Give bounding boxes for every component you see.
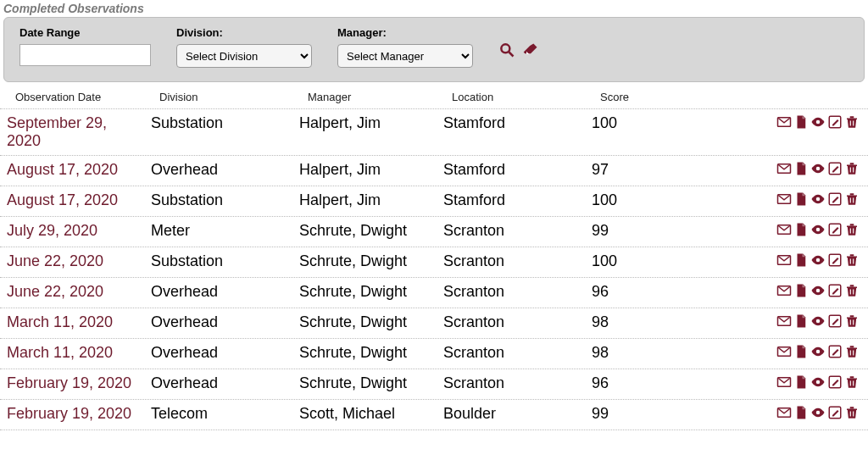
- table-row: February 19, 2020TelecomScott, MichaelBo…: [0, 400, 868, 430]
- cell-location: Scranton: [443, 252, 592, 270]
- search-icon[interactable]: [498, 42, 515, 58]
- row-actions: [693, 374, 868, 394]
- eye-icon[interactable]: [810, 191, 826, 207]
- file-pdf-icon[interactable]: [793, 161, 809, 176]
- cell-date[interactable]: February 19, 2020: [7, 405, 151, 423]
- cell-manager: Schrute, Dwight: [299, 313, 443, 331]
- table-row: June 22, 2020OverheadSchrute, DwightScra…: [0, 278, 868, 308]
- cell-score: 99: [592, 222, 693, 240]
- table-row: August 17, 2020OverheadHalpert, JimStamf…: [0, 156, 868, 186]
- edit-icon[interactable]: [827, 405, 843, 420]
- trash-icon[interactable]: [844, 374, 860, 390]
- envelope-icon[interactable]: [776, 405, 792, 420]
- edit-icon[interactable]: [827, 114, 843, 130]
- trash-icon[interactable]: [844, 114, 860, 130]
- filter-label-division: Division:: [176, 26, 312, 39]
- file-pdf-icon[interactable]: [793, 344, 809, 359]
- cell-manager: Schrute, Dwight: [299, 252, 443, 270]
- eye-icon[interactable]: [810, 252, 826, 268]
- table-row: July 29, 2020MeterSchrute, DwightScranto…: [0, 217, 868, 247]
- envelope-icon[interactable]: [776, 252, 792, 268]
- eye-icon[interactable]: [810, 344, 826, 359]
- col-header-manager[interactable]: Manager: [308, 91, 452, 103]
- manager-select[interactable]: Select Manager: [337, 44, 473, 68]
- edit-icon[interactable]: [827, 313, 843, 329]
- trash-icon[interactable]: [844, 313, 860, 329]
- cell-date[interactable]: September 29, 2020: [7, 114, 151, 150]
- cell-division: Meter: [151, 222, 299, 240]
- envelope-icon[interactable]: [776, 374, 792, 390]
- file-pdf-icon[interactable]: [793, 191, 809, 207]
- cell-location: Boulder: [443, 405, 592, 423]
- file-pdf-icon[interactable]: [793, 114, 809, 130]
- trash-icon[interactable]: [844, 161, 860, 176]
- trash-icon[interactable]: [844, 405, 860, 420]
- date-range-input[interactable]: [19, 44, 151, 66]
- envelope-icon[interactable]: [776, 222, 792, 237]
- cell-manager: Halpert, Jim: [299, 114, 443, 132]
- file-pdf-icon[interactable]: [793, 405, 809, 420]
- edit-icon[interactable]: [827, 283, 843, 298]
- eye-icon[interactable]: [810, 313, 826, 329]
- svg-point-0: [501, 44, 509, 53]
- envelope-icon[interactable]: [776, 114, 792, 130]
- col-header-location[interactable]: Location: [452, 91, 600, 103]
- trash-icon[interactable]: [844, 252, 860, 268]
- filter-panel: Date Range Division: Select Division Man…: [3, 17, 865, 82]
- row-actions: [693, 222, 868, 241]
- envelope-icon[interactable]: [776, 313, 792, 329]
- file-pdf-icon[interactable]: [793, 283, 809, 298]
- envelope-icon[interactable]: [776, 344, 792, 359]
- cell-score: 100: [592, 114, 693, 132]
- eye-icon[interactable]: [810, 161, 826, 176]
- cell-division: Overhead: [151, 344, 299, 362]
- table-row: August 17, 2020SubstationHalpert, JimSta…: [0, 186, 868, 217]
- eraser-icon[interactable]: [522, 42, 539, 58]
- envelope-icon[interactable]: [776, 161, 792, 176]
- eye-icon[interactable]: [810, 114, 826, 130]
- edit-icon[interactable]: [827, 161, 843, 176]
- envelope-icon[interactable]: [776, 283, 792, 298]
- cell-score: 98: [592, 313, 693, 331]
- trash-icon[interactable]: [844, 344, 860, 359]
- col-header-division[interactable]: Division: [159, 91, 308, 103]
- file-pdf-icon[interactable]: [793, 222, 809, 237]
- file-pdf-icon[interactable]: [793, 313, 809, 329]
- cell-date[interactable]: March 11, 2020: [7, 313, 151, 331]
- cell-date[interactable]: August 17, 2020: [7, 161, 151, 179]
- cell-division: Overhead: [151, 283, 299, 301]
- row-actions: [693, 161, 868, 180]
- cell-date[interactable]: August 17, 2020: [7, 191, 151, 209]
- edit-icon[interactable]: [827, 374, 843, 390]
- trash-icon[interactable]: [844, 191, 860, 207]
- row-actions: [693, 313, 868, 333]
- cell-manager: Schrute, Dwight: [299, 344, 443, 362]
- cell-score: 97: [592, 161, 693, 179]
- cell-score: 98: [592, 344, 693, 362]
- table-row: June 22, 2020SubstationSchrute, DwightSc…: [0, 247, 868, 278]
- eye-icon[interactable]: [810, 283, 826, 298]
- cell-date[interactable]: March 11, 2020: [7, 344, 151, 362]
- cell-division: Overhead: [151, 374, 299, 392]
- trash-icon[interactable]: [844, 283, 860, 298]
- row-actions: [693, 344, 868, 363]
- division-select[interactable]: Select Division: [176, 44, 312, 68]
- cell-date[interactable]: June 22, 2020: [7, 252, 151, 270]
- cell-date[interactable]: February 19, 2020: [7, 374, 151, 392]
- envelope-icon[interactable]: [776, 191, 792, 207]
- eye-icon[interactable]: [810, 405, 826, 420]
- eye-icon[interactable]: [810, 374, 826, 390]
- trash-icon[interactable]: [844, 222, 860, 237]
- cell-date[interactable]: June 22, 2020: [7, 283, 151, 301]
- col-header-date[interactable]: Observation Date: [15, 91, 159, 103]
- eye-icon[interactable]: [810, 222, 826, 237]
- edit-icon[interactable]: [827, 344, 843, 359]
- edit-icon[interactable]: [827, 252, 843, 268]
- edit-icon[interactable]: [827, 222, 843, 237]
- cell-date[interactable]: July 29, 2020: [7, 222, 151, 240]
- file-pdf-icon[interactable]: [793, 252, 809, 268]
- col-header-score[interactable]: Score: [600, 91, 702, 103]
- edit-icon[interactable]: [827, 191, 843, 207]
- cell-division: Overhead: [151, 313, 299, 331]
- file-pdf-icon[interactable]: [793, 374, 809, 390]
